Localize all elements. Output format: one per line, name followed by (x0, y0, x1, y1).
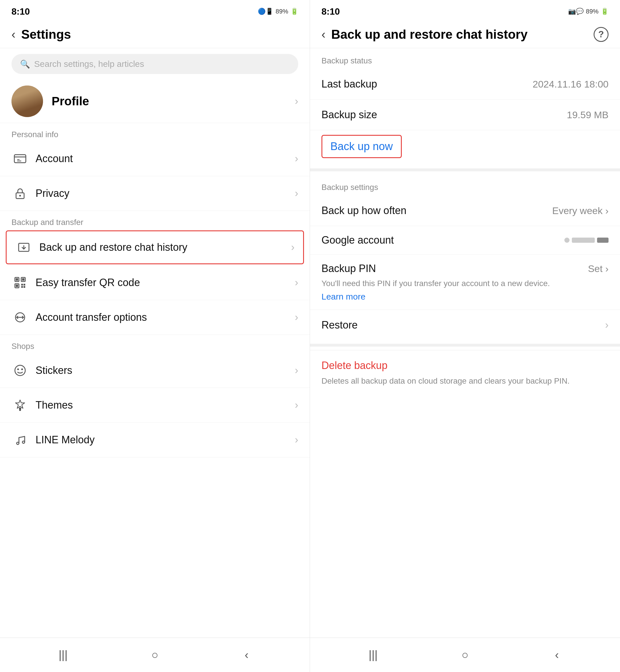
help-icon[interactable]: ? (593, 27, 609, 42)
menu-item-melody[interactable]: LINE Melody › (0, 423, 310, 458)
profile-chevron: › (295, 95, 298, 107)
backup-header: ‹ Back up and restore chat history ? (310, 21, 620, 48)
menu-item-account[interactable]: Account › (0, 141, 310, 176)
back-button-left[interactable]: ‹ (11, 28, 15, 41)
search-bar[interactable]: 🔍 Search settings, help articles (11, 54, 298, 74)
blur-element-3 (597, 238, 609, 243)
nav-home-right[interactable]: ○ (453, 649, 476, 661)
last-backup-label: Last backup (321, 78, 377, 90)
svg-rect-11 (22, 278, 24, 281)
transfer-label: Account transfer options (36, 311, 295, 323)
blur-element-1 (564, 238, 570, 243)
google-account-label: Google account (321, 234, 394, 246)
backup-pin-label: Backup PIN (321, 262, 376, 275)
google-account-row[interactable]: Google account (310, 226, 620, 254)
backup-frequency-value: Every week › (552, 205, 609, 217)
svg-rect-23 (19, 409, 21, 411)
status-icons-left: 🔵📱 89% 🔋 (258, 8, 298, 15)
left-panel: 8:10 🔵📱 89% 🔋 ‹ Settings 🔍 Search settin… (0, 0, 310, 672)
battery-icon-left: 🔋 (291, 8, 298, 15)
svg-rect-14 (21, 284, 23, 286)
svg-point-24 (17, 442, 19, 444)
menu-item-transfer[interactable]: Account transfer options › (0, 300, 310, 335)
nav-back-left[interactable]: ‹ (235, 649, 258, 661)
sticker-icon (11, 362, 29, 379)
account-label: Account (36, 153, 295, 165)
backup-pin-row[interactable]: Backup PIN Set › You'll need this PIN if… (310, 254, 620, 310)
google-account-value (564, 238, 609, 243)
learn-more-link[interactable]: Learn more (321, 292, 609, 301)
nav-recent-right[interactable]: ||| (362, 649, 384, 661)
search-input-placeholder: Search settings, help articles (34, 59, 144, 69)
melody-chevron: › (295, 434, 298, 446)
backup-now-button[interactable]: Back up now (321, 135, 402, 158)
backup-chevron: › (291, 241, 295, 253)
account-icon (11, 150, 29, 167)
nav-home-left[interactable]: ○ (143, 649, 166, 661)
backup-status-label: Backup status (310, 48, 620, 69)
melody-icon (11, 431, 29, 448)
last-backup-value: 2024.11.16 18:00 (532, 79, 609, 90)
backup-pin-top: Backup PIN Set › (321, 262, 609, 275)
right-panel: 8:10 📷💬 89% 🔋 ‹ Back up and restore chat… (310, 0, 620, 672)
menu-item-stickers[interactable]: Stickers › (0, 353, 310, 388)
signal-icon-right: 📷💬 (568, 8, 583, 15)
svg-point-21 (21, 369, 23, 370)
menu-item-backup[interactable]: Back up and restore chat history › (6, 230, 304, 264)
transfer-chevron: › (295, 311, 298, 323)
privacy-label: Privacy (36, 187, 295, 199)
menu-item-privacy[interactable]: Privacy › (0, 176, 310, 211)
profile-section[interactable]: Profile › (0, 80, 310, 123)
battery-icon-right: 🔋 (601, 8, 609, 15)
time-left: 8:10 (11, 6, 30, 17)
qr-label: Easy transfer QR code (36, 277, 295, 289)
menu-item-themes[interactable]: Themes › (0, 388, 310, 423)
profile-name: Profile (52, 94, 295, 108)
backup-settings-section: Backup settings Back up how often Every … (310, 175, 620, 340)
stickers-chevron: › (295, 365, 298, 377)
nav-bar-right: ||| ○ ‹ (310, 637, 620, 672)
svg-rect-16 (21, 286, 23, 288)
nav-back-right[interactable]: ‹ (546, 649, 568, 661)
restore-row[interactable]: Restore › (310, 310, 620, 340)
back-button-right[interactable]: ‹ (321, 28, 325, 41)
transfer-icon (11, 309, 29, 326)
delete-section-divider (310, 344, 620, 347)
qr-chevron: › (295, 277, 298, 289)
melody-label: LINE Melody (36, 434, 295, 446)
backup-transfer-label: Backup and transfer (0, 211, 310, 229)
backup-frequency-row[interactable]: Back up how often Every week › (310, 195, 620, 226)
shops-label: Shops (0, 335, 310, 353)
backup-pin-value: Set › (588, 263, 609, 274)
svg-point-5 (19, 195, 21, 197)
avatar (11, 86, 43, 117)
time-right: 8:10 (321, 6, 340, 17)
stickers-label: Stickers (36, 365, 295, 377)
restore-label: Restore (321, 319, 358, 331)
backup-icon (15, 239, 33, 256)
nav-recent-left[interactable]: ||| (52, 649, 74, 661)
delete-backup-section: Delete backup Deletes all backup data on… (310, 350, 620, 396)
delete-backup-description: Deletes all backup data on cloud storage… (321, 375, 609, 387)
status-bar-right: 8:10 📷💬 89% 🔋 (310, 0, 620, 21)
svg-point-25 (22, 441, 25, 443)
backup-pin-description: You'll need this PIN if you transfer you… (321, 278, 609, 290)
avatar-image (11, 86, 43, 117)
delete-backup-button[interactable]: Delete backup (321, 359, 609, 372)
svg-point-20 (17, 369, 19, 370)
svg-point-19 (15, 365, 25, 376)
status-icons-right: 📷💬 89% 🔋 (568, 8, 609, 15)
svg-rect-15 (23, 284, 25, 286)
themes-label: Themes (36, 399, 295, 411)
backup-now-container: Back up now (310, 130, 620, 165)
menu-item-qr[interactable]: Easy transfer QR code › (0, 266, 310, 300)
settings-header: ‹ Settings (0, 21, 310, 48)
section-divider (310, 169, 620, 171)
svg-rect-0 (14, 155, 26, 163)
personal-info-label: Personal info (0, 123, 310, 141)
battery-left: 89% (275, 8, 288, 15)
backup-settings-label: Backup settings (310, 175, 620, 195)
account-chevron: › (295, 153, 298, 165)
last-backup-row: Last backup 2024.11.16 18:00 (310, 69, 620, 100)
svg-rect-17 (23, 286, 25, 288)
